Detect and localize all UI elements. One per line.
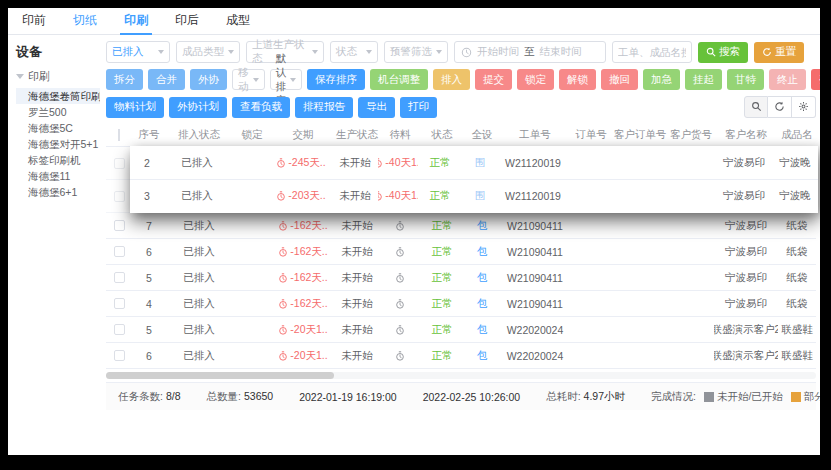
cell-tag[interactable]: 包 [464,219,500,233]
search-button[interactable]: 搜索 [698,42,748,63]
table-row[interactable]: 5已排入-20天1..未开始正常包W22020024联盛演示客户2联盛鞋 [106,317,816,343]
refresh-tool-button[interactable] [768,96,792,118]
stat-label: 总数量: [207,390,241,404]
filter-select-value: 成品类型 [182,45,224,59]
row-checkbox[interactable] [114,350,125,361]
row-checkbox[interactable] [114,272,125,283]
sidebar-item-device[interactable]: 海德堡卷筒印刷机 [16,88,100,104]
tab-成型[interactable]: 成型 [226,8,250,35]
cell-tag[interactable]: 围 [462,189,498,203]
sidebar-item-device[interactable]: 海德堡11 [16,168,100,184]
drag-preview-row[interactable]: 2已排入-245天..未开始-40天1..正常围W21120019宁波易印宁波晚 [130,146,818,179]
toolbar-button[interactable]: 拆分 [106,69,143,90]
toolbar-button[interactable]: 锁定 [517,69,554,90]
filter-select-1[interactable]: 成品类型 [176,41,240,63]
toolbar-button[interactable]: 提交 [475,69,512,90]
search-icon [751,100,762,115]
row-checkbox[interactable] [114,158,125,169]
search-input[interactable] [612,41,692,63]
sidebar-item-device[interactable]: 标签印刷机 [16,152,100,168]
toolbar-button[interactable]: 撤回 [601,69,638,90]
stat-value: 8/8 [166,390,181,404]
cell-prod: 未开始 [334,323,380,337]
toolbar-button[interactable]: 保存排序 [307,69,365,90]
toolbar-button[interactable]: 解锁 [559,69,596,90]
search-tool-button[interactable] [744,96,768,118]
toolbar2-button[interactable]: 导出 [358,97,395,118]
toolbar2-button[interactable]: 排程报告 [295,97,353,118]
cell-material: -40天1.. [378,189,418,203]
toolbar2-button[interactable]: 物料计划 [106,97,164,118]
toolbar-button[interactable]: 合并 [148,69,185,90]
table-row[interactable]: 6已排入-162天..未开始正常包W21090411宁波易印纸袋 [106,239,816,265]
filter-row: 已排入成品类型上道生产状态状态预警筛选 开始时间 至 结束时间 搜索 重置 [106,41,816,63]
row-checkbox[interactable] [114,191,125,202]
secondary-toolbar: 物料计划外协计划查看负载排程报告导出打印 [106,96,816,118]
sidebar-item-device[interactable]: 海德堡6+1 [16,184,100,200]
row-checkbox[interactable] [114,220,125,231]
completion-legend: 完成情况:未开始/已开始部分完成全部完成 [651,390,820,404]
cell-prod: 未开始 [334,245,380,259]
toolbar-button[interactable]: 机台调整 [370,69,428,90]
drag-preview-row[interactable]: 3已排入-203天..未开始-40天1..正常围W21120019宁波易印宁波晚 [130,179,818,212]
sidebar-item-device[interactable]: 罗兰500 [16,104,100,120]
toolbar2-button[interactable]: 查看负载 [232,97,290,118]
tab-印刷[interactable]: 印刷 [124,8,148,35]
row-checkbox[interactable] [114,298,125,309]
clock-icon [276,191,286,201]
sidebar-item-device[interactable]: 海德堡5C [16,120,100,136]
select-all-cell[interactable] [106,129,132,141]
toolbar2-button[interactable]: 外协计划 [169,97,227,118]
reset-button[interactable]: 重置 [754,42,804,63]
toolbar-button[interactable]: 外协 [190,69,227,90]
sort-select[interactable]: 默认排序 [270,69,303,90]
toolbar-button[interactable]: 排入 [433,69,470,90]
filter-select-3[interactable]: 状态 [330,41,378,63]
cell-tag[interactable]: 包 [464,323,500,337]
app-window: 印前切纸印刷印后成型 设备 印刷 海德堡卷筒印刷机罗兰500海德堡5C海德堡对开… [8,8,820,455]
move-select[interactable]: 移动 [232,69,265,90]
table-row[interactable]: 4已排入-162天..未开始正常包W21090411宁波易印纸袋 [106,291,816,317]
tree-group-printing[interactable]: 印刷 [16,69,100,84]
filter-select-4[interactable]: 预警筛选 [384,41,448,63]
tab-印后[interactable]: 印后 [175,8,199,35]
date-range-picker[interactable]: 开始时间 至 结束时间 [454,41,606,63]
cell-tag[interactable]: 包 [464,349,500,363]
table-row[interactable]: 7已排入-162天..未开始正常包W21090411宁波易印纸袋 [106,213,816,239]
row-checkbox[interactable] [114,324,125,335]
select-all-checkbox[interactable] [118,129,120,141]
cell-prod: 未开始 [334,219,380,233]
cell-customer: 宁波易印 [714,219,778,233]
cell-tag[interactable]: 包 [464,245,500,259]
toolbar-button[interactable]: 终止 [769,69,806,90]
table-row[interactable]: 6已排入-20天1..未开始正常包W22020024联盛演示客户2联盛鞋 [106,343,816,369]
row-checkbox[interactable] [114,246,125,257]
cell-tag[interactable]: 包 [464,297,500,311]
cell-checkbox [106,220,132,231]
sidebar-item-device[interactable]: 海德堡对开5+1 [16,136,100,152]
legend-label: 完成情况: [651,390,696,404]
toolbar-button[interactable]: 变更交期 [811,69,820,90]
gear-tool-button[interactable] [792,96,816,118]
toolbar-button[interactable]: 加急 [643,69,680,90]
cell-product: 联盛鞋 [778,323,816,337]
toolbar2-button[interactable]: 打印 [400,97,437,118]
column-header: 状态 [420,128,464,142]
toolbar-button[interactable]: 甘特 [727,69,764,90]
cell-tag[interactable]: 围 [462,156,498,170]
cell-work_order: W21120019 [498,190,568,202]
cell-tag[interactable]: 包 [464,271,500,285]
scrollbar-thumb[interactable] [106,372,334,379]
drag-zone: 2已排入-245天..未开始-40天1..正常围W21120019宁波易印宁波晚… [106,147,816,213]
clock-icon [395,325,405,335]
column-header: 交期 [272,128,334,142]
footer-stat: 总数量:53650 [207,390,274,404]
tab-切纸[interactable]: 切纸 [73,8,97,35]
drag-preview-panel[interactable]: 2已排入-245天..未开始-40天1..正常围W21120019宁波易印宁波晚… [130,146,818,213]
cell-customer: 宁波易印 [714,271,778,285]
filter-select-0[interactable]: 已排入 [106,41,170,63]
toolbar-button[interactable]: 挂起 [685,69,722,90]
footer-stat: 总耗时:4.97小时 [546,390,625,404]
table-row[interactable]: 5已排入-162天..未开始正常包W21090411宁波易印纸袋 [106,265,816,291]
tab-印前[interactable]: 印前 [22,8,46,35]
